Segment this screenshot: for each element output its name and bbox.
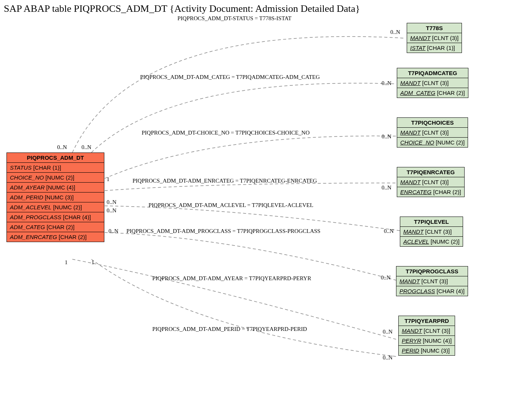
field-row: ACLEVEL [NUMC (2)]	[400, 237, 463, 246]
entity-t778s: T778S MANDT [CLNT (3)] ISTAT [CHAR (1)]	[407, 23, 462, 53]
field-row: PERID [NUMC (3)]	[399, 346, 455, 355]
field-row: PROGCLASS [CHAR (4)]	[396, 286, 468, 296]
field-row: ADM_PERID [NUMC (3)]	[7, 193, 104, 202]
entity-t7piqyearprd: T7PIQYEARPRD MANDT [CLNT (3)] PERYR [NUM…	[398, 316, 455, 356]
relation-label: PIQPROCS_ADM_DT-ADM_PROGCLASS = T7PIQPRO…	[126, 228, 320, 234]
cardinality-label: 0..N	[382, 80, 391, 87]
entity-header: PIQPROCS_ADM_DT	[7, 153, 104, 163]
field-row: STATUS [CHAR (1)]	[7, 163, 104, 173]
cardinality-label: 0..N	[382, 133, 391, 140]
field-row: ADM_ACLEVEL [NUMC (2)]	[7, 202, 104, 212]
entity-header: T7PIQLEVEL	[400, 217, 463, 227]
entity-header: T7PIQENRCATEG	[397, 167, 464, 177]
cardinality-label: 0..N	[383, 355, 393, 361]
field-row: ADM_CATEG [CHAR (2)]	[7, 222, 104, 232]
cardinality-label: 0..N	[81, 144, 91, 151]
field-row: CHOICE_NO [NUMC (2)]	[397, 138, 468, 147]
entity-header: T7PIQCHOICES	[397, 118, 468, 128]
cardinality-label: 0..N	[107, 207, 117, 214]
cardinality-label: 1	[91, 259, 94, 266]
field-row: MANDT [CLNT (3)]	[397, 128, 468, 138]
field-row: MANDT [CLNT (3)]	[399, 326, 455, 336]
field-row: ADM_CATEG [CHAR (2)]	[397, 88, 468, 98]
entity-header: T7PIQPROGCLASS	[396, 266, 468, 276]
relation-label: PIQPROCS_ADM_DT-ADM_AYEAR = T7PIQYEARPRD…	[152, 275, 311, 282]
entity-t7piqlevel: T7PIQLEVEL MANDT [CLNT (3)] ACLEVEL [NUM…	[400, 217, 463, 247]
relation-label: PIQPROCS_ADM_DT-ADM_CATEG = T7PIQADMCATE…	[140, 74, 320, 80]
field-row: ADM_PROGCLASS [CHAR (4)]	[7, 212, 104, 222]
relation-label: PIQPROCS_ADM_DT-ADM_ACLEVEL = T7PIQLEVEL…	[149, 202, 313, 209]
field-row: ADM_AYEAR [NUMC (4)]	[7, 183, 104, 193]
cardinality-label: 0..N	[381, 274, 391, 281]
entity-t7piqprogclass: T7PIQPROGCLASS MANDT [CLNT (3)] PROGCLAS…	[396, 266, 468, 296]
relation-label: PIQPROCS_ADM_DT-ADM_PERID = T7PIQYEARPRD…	[152, 326, 307, 332]
entity-piqprocs-adm-dt: PIQPROCS_ADM_DT STATUS [CHAR (1)] CHOICE…	[6, 152, 104, 242]
page-title: SAP ABAP table PIQPROCS_ADM_DT {Activity…	[4, 3, 360, 14]
entity-t7piqadmcateg: T7PIQADMCATEG MANDT [CLNT (3)] ADM_CATEG…	[397, 68, 468, 98]
field-row: ENRCATEG [CHAR (2)]	[397, 187, 464, 197]
relation-label: PIQPROCS_ADM_DT-CHOICE_NO = T7PIQCHOICES…	[142, 130, 310, 136]
field-row: MANDT [CLNT (3)]	[396, 276, 468, 286]
entity-header: T7PIQADMCATEG	[397, 68, 468, 78]
field-row: MANDT [CLNT (3)]	[400, 227, 463, 237]
entity-header: T778S	[407, 23, 462, 33]
cardinality-label: 0..N	[390, 29, 400, 35]
entity-header: T7PIQYEARPRD	[399, 316, 455, 326]
field-row: ISTAT [CHAR (1)]	[407, 43, 462, 53]
cardinality-label: 0..N	[57, 144, 67, 151]
cardinality-label: 0..N	[383, 329, 393, 335]
cardinality-label: 1	[65, 259, 68, 266]
field-row: MANDT [CLNT (3)]	[407, 33, 462, 43]
cardinality-label: 1	[107, 176, 110, 183]
relation-label: PIQPROCS_ADM_DT-ADM_ENRCATEG = T7PIQENRC…	[133, 178, 317, 184]
relation-label: PIQPROCS_ADM_DT-STATUS = T778S-ISTAT	[177, 15, 291, 22]
field-row: PERYR [NUMC (4)]	[399, 336, 455, 346]
field-row: MANDT [CLNT (3)]	[397, 78, 468, 88]
cardinality-label: 0..N	[384, 228, 394, 234]
field-row: CHOICE_NO [NUMC (2)]	[7, 173, 104, 183]
field-row: MANDT [CLNT (3)]	[397, 177, 464, 187]
entity-t7piqchoices: T7PIQCHOICES MANDT [CLNT (3)] CHOICE_NO …	[397, 117, 468, 148]
entity-t7piqenrcateg: T7PIQENRCATEG MANDT [CLNT (3)] ENRCATEG …	[397, 167, 465, 197]
cardinality-label: 0..N	[109, 228, 118, 234]
cardinality-label: 0..N	[382, 185, 391, 191]
field-row: ADM_ENRCATEG [CHAR (2)]	[7, 232, 104, 242]
cardinality-label: 0..N	[107, 199, 117, 205]
